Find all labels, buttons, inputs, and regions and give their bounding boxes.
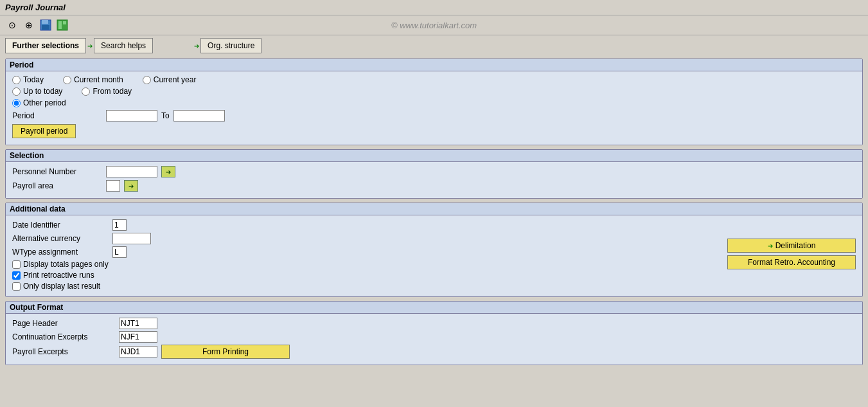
radio-up-to-today[interactable]: Up to today bbox=[12, 87, 62, 96]
arrow-icon-1: ➔ bbox=[87, 42, 93, 50]
radio-current-month[interactable]: Current month bbox=[63, 75, 123, 84]
title-bar: Payroll Journal bbox=[0, 0, 868, 15]
save-icon[interactable] bbox=[39, 18, 53, 32]
output-format-section: Output Format Page Header Continuation E… bbox=[5, 301, 863, 365]
delimitation-arrow-icon: ➔ bbox=[768, 242, 773, 249]
page-header-input[interactable] bbox=[119, 318, 157, 329]
payroll-excerpts-label: Payroll Excerpts bbox=[12, 347, 115, 356]
toolbar: ⊙ ⊕ © www.tutorialkart.com bbox=[0, 15, 868, 35]
delimitation-button[interactable]: ➔ Delimitation bbox=[727, 239, 856, 253]
alternative-currency-label: Alternative currency bbox=[12, 234, 109, 243]
date-identifier-input[interactable] bbox=[112, 219, 127, 231]
search-helps-label: Search helps bbox=[101, 41, 146, 50]
tab-bar: Further selections ➔ Search helps ➔ Org.… bbox=[0, 35, 868, 56]
delimitation-label: Delimitation bbox=[775, 241, 816, 250]
format-retro-label: Format Retro. Accounting bbox=[748, 258, 835, 267]
forward-icon[interactable]: ⊕ bbox=[22, 18, 36, 32]
current-month-label: Current month bbox=[74, 75, 123, 84]
radio-today-input[interactable] bbox=[12, 76, 21, 84]
personnel-number-label: Personnel Number bbox=[12, 167, 102, 176]
tab-further-selections[interactable]: Further selections bbox=[5, 38, 86, 53]
from-today-label: From today bbox=[93, 87, 132, 96]
radio-other-period[interactable]: Other period bbox=[12, 98, 66, 107]
payroll-period-button[interactable]: Payroll period bbox=[12, 124, 76, 138]
date-identifier-label: Date Identifier bbox=[12, 221, 109, 230]
svg-rect-2 bbox=[42, 25, 49, 30]
watermark: © www.tutorialkart.com bbox=[391, 21, 477, 30]
period-to-input[interactable] bbox=[173, 110, 225, 122]
period-label: Period bbox=[12, 111, 102, 120]
additional-data-section: Additional data Date Identifier Alternat… bbox=[5, 203, 863, 297]
personnel-number-input[interactable] bbox=[106, 166, 157, 177]
period-section-title: Period bbox=[6, 59, 862, 71]
display-totals-label: Display totals pages only bbox=[23, 260, 109, 269]
back-icon[interactable]: ⊙ bbox=[5, 18, 19, 32]
radio-current-year[interactable]: Current year bbox=[143, 75, 197, 84]
only-display-last-label: Only display last result bbox=[23, 282, 100, 291]
continuation-excerpts-label: Continuation Excerpts bbox=[12, 332, 115, 341]
radio-up-to-today-input[interactable] bbox=[12, 87, 21, 96]
selection-section-body: Personnel Number ➔ Payroll area ➔ bbox=[6, 162, 862, 198]
only-display-last-row: Only display last result bbox=[12, 282, 714, 291]
other-period-label: Other period bbox=[23, 98, 66, 107]
svg-rect-5 bbox=[63, 21, 66, 24]
radio-from-today[interactable]: From today bbox=[82, 87, 132, 96]
org-structure-label: Org. structure bbox=[208, 41, 254, 50]
print-retroactive-label: Print retroactive runs bbox=[23, 271, 94, 280]
radio-from-today-input[interactable] bbox=[82, 87, 90, 96]
up-to-today-label: Up to today bbox=[23, 87, 62, 96]
alternative-currency-input[interactable] bbox=[112, 233, 151, 244]
period-from-input[interactable] bbox=[106, 110, 157, 122]
radio-today[interactable]: Today bbox=[12, 75, 44, 84]
svg-rect-4 bbox=[58, 21, 62, 29]
selection-section: Selection Personnel Number ➔ Payroll are… bbox=[5, 149, 863, 199]
selection-section-title: Selection bbox=[6, 150, 862, 162]
additional-data-section-title: Additional data bbox=[6, 203, 862, 215]
personnel-number-arrow-btn[interactable]: ➔ bbox=[161, 166, 175, 177]
display-totals-checkbox[interactable] bbox=[12, 260, 21, 269]
arrow-icon-2: ➔ bbox=[194, 42, 199, 50]
to-label: To bbox=[161, 111, 170, 120]
additional-right: ➔ Delimitation Format Retro. Accounting bbox=[727, 219, 856, 293]
radio-other-period-input[interactable] bbox=[12, 99, 21, 107]
payroll-area-input[interactable] bbox=[106, 180, 120, 192]
radio-current-year-input[interactable] bbox=[143, 76, 151, 84]
only-display-last-checkbox[interactable] bbox=[12, 282, 21, 291]
payroll-area-label: Payroll area bbox=[12, 181, 102, 190]
form-printing-button[interactable]: Form Printing bbox=[161, 345, 290, 359]
radio-current-month-input[interactable] bbox=[63, 76, 71, 84]
additional-data-section-body: Date Identifier Alternative currency WTy… bbox=[6, 215, 862, 296]
additional-left: Date Identifier Alternative currency WTy… bbox=[12, 219, 714, 293]
print-retroactive-row: Print retroactive runs bbox=[12, 271, 714, 280]
output-format-section-title: Output Format bbox=[6, 302, 862, 314]
current-year-label: Current year bbox=[154, 75, 197, 84]
period-section: Period Today Current month Current year bbox=[5, 59, 863, 145]
continuation-excerpts-input[interactable] bbox=[119, 331, 157, 343]
page-header-label: Page Header bbox=[12, 319, 115, 328]
main-content: Period Today Current month Current year bbox=[0, 56, 868, 407]
format-retro-button[interactable]: Format Retro. Accounting bbox=[727, 255, 856, 269]
further-selections-label: Further selections bbox=[12, 41, 79, 50]
period-section-body: Today Current month Current year Up to t… bbox=[6, 71, 862, 145]
tab-org-structure[interactable]: Org. structure bbox=[200, 38, 261, 53]
payroll-excerpts-input[interactable] bbox=[119, 346, 157, 357]
payroll-area-arrow-btn[interactable]: ➔ bbox=[124, 180, 138, 192]
display-totals-row: Display totals pages only bbox=[12, 260, 714, 269]
wtype-assignment-input[interactable] bbox=[112, 246, 127, 258]
today-label: Today bbox=[23, 75, 44, 84]
svg-rect-1 bbox=[42, 20, 48, 24]
print-retroactive-checkbox[interactable] bbox=[12, 271, 21, 280]
window-title: Payroll Journal bbox=[5, 3, 66, 12]
output-section-body: Page Header Continuation Excerpts Payrol… bbox=[6, 314, 862, 365]
tab-search-helps[interactable]: Search helps bbox=[94, 38, 153, 53]
local-layout-icon[interactable] bbox=[55, 18, 69, 32]
wtype-assignment-label: WType assignment bbox=[12, 248, 109, 257]
